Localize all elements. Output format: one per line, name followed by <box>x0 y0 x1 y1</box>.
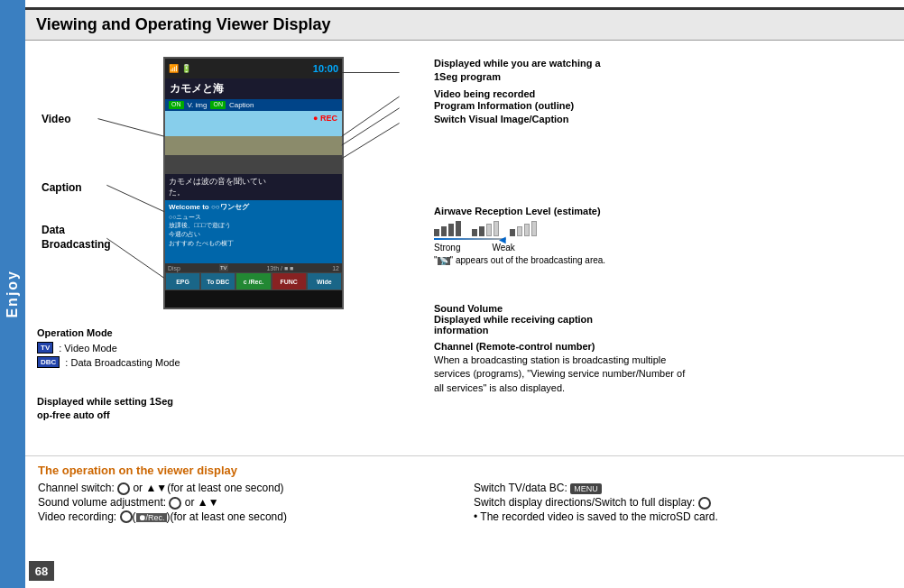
screen-video-area: REC <box>165 111 342 174</box>
bottom-title: The operation on the viewer display <box>38 464 891 477</box>
annotation-program-info: Program Information (outline) <box>434 100 574 111</box>
svg-line-5 <box>342 108 400 145</box>
screen-data-section: Welcome to ○○ワンセグ ○○ニュース 放課後、□□□で遊ぼう 今週の… <box>165 200 342 263</box>
page-number: 68 <box>29 561 54 581</box>
subtitle-line1: カモメは波の音を聞いてい <box>169 177 338 188</box>
data-line1: Welcome to ○○ワンセグ <box>169 202 338 212</box>
video-mode-item: TV : Video Mode <box>37 342 180 354</box>
annotation-video-recorded: Video being recorded <box>434 88 535 99</box>
bottom-date: 13th / ■ ■ <box>266 265 293 271</box>
nav-epg[interactable]: EPG <box>165 272 200 290</box>
airwave-title: Airwave Reception Level (estimate) <box>434 206 605 216</box>
svg-line-1 <box>106 185 164 211</box>
channel-desc: When a broadcasting station is broadcast… <box>434 354 685 395</box>
data-mode-icon: DBC <box>37 356 60 368</box>
annotations-area: Displayed while you are watching a1Seg p… <box>420 48 897 455</box>
screen-bottom-bar: Disp TV 13th / ■ ■ 12 <box>165 263 342 272</box>
screen-caption-bar: ON V. img ON Caption <box>165 99 342 111</box>
screen-channel-name: カモメと海 <box>165 78 342 99</box>
on-badge-2: ON <box>210 101 226 109</box>
menu-icon: MENU <box>570 483 602 494</box>
screen-subtitle: カモメは波の音を聞いてい た。 <box>165 174 342 200</box>
on-badge-1: ON <box>169 101 184 109</box>
nav-to-dbc[interactable]: To DBC <box>200 272 235 290</box>
page-header: Viewing and Operating Viewer Display <box>25 10 904 41</box>
annotation-channel-remote: Channel (Remote-control number) When a b… <box>434 341 685 395</box>
subtitle-line2: た。 <box>169 188 338 198</box>
label-video: Video <box>42 113 70 125</box>
bottom-item-4: • The recorded video is saved to the mic… <box>474 510 891 524</box>
bottom-disp: Disp <box>168 265 180 271</box>
label-data-broadcasting: DataBroadcasting <box>42 224 111 252</box>
screen-nav-bar: EPG To DBC c /Rec. FUNC Wide <box>165 272 342 290</box>
operation-mode-section: Operation Mode TV : Video Mode DBC : Dat… <box>37 327 180 371</box>
channel-remote-title: Channel (Remote-control number) <box>434 341 685 352</box>
watching-1seg-text: Displayed while you are watching a1Seg p… <box>434 58 601 82</box>
phone-screen: 📶 🔋 10:00 カモメと海 ON V. img ON Caption REC <box>163 57 344 309</box>
strong-label: Strong <box>434 243 460 253</box>
page-title: Viewing and Operating Viewer Display <box>36 15 330 33</box>
bottom-item-6: Switch display directions/Switch to full… <box>474 496 891 510</box>
bottom-item-1: Channel switch: or ▲▼(for at least one s… <box>38 482 456 495</box>
label-1seg-setting: Displayed while setting 1Segop-free auto… <box>37 395 173 423</box>
rec-badge: REC <box>313 114 337 123</box>
tv-icon-sm: TV <box>219 264 228 271</box>
svg-line-2 <box>106 238 164 278</box>
annotation-watching-1seg: Displayed while you are watching a1Seg p… <box>434 57 601 85</box>
data-mode-label: : Data Broadcasting Mode <box>65 357 180 368</box>
bottom-num: 12 <box>332 265 339 271</box>
v-img-label: V. img <box>188 101 208 109</box>
nav-wide[interactable]: Wide <box>307 272 342 290</box>
video-mode-label: : Video Mode <box>59 343 117 354</box>
tv-mode-icon: TV <box>37 342 53 354</box>
screen-status-bar: 📶 🔋 10:00 <box>165 59 342 78</box>
bottom-item-2: Sound volume adjustment: or ▲▼ <box>38 496 456 510</box>
diagram-area: 📶 🔋 10:00 カモメと海 ON V. img ON Caption REC <box>32 48 420 455</box>
caption-label: Caption <box>229 101 254 109</box>
svg-line-4 <box>342 96 400 136</box>
screen-time: 10:00 <box>313 63 338 74</box>
data-mode-item: DBC : Data Broadcasting Mode <box>37 356 180 368</box>
reception-weak <box>510 221 537 236</box>
svg-line-6 <box>342 124 400 159</box>
arrow-icon-2: ▲▼ <box>198 496 219 509</box>
circle-icon-2 <box>169 497 181 510</box>
sidebar-label: Enjoy <box>5 270 21 318</box>
main-content: Viewing and Operating Viewer Display 📶 🔋… <box>25 0 904 588</box>
sidebar-tab: Enjoy <box>0 0 25 588</box>
screen-icons: 📶 🔋 <box>169 64 191 73</box>
rec-icon-sm: ⏺/Rec. <box>136 513 167 522</box>
appears-note: "📡" appears out of the broadcasting area… <box>434 255 605 265</box>
nav-func[interactable]: FUNC <box>272 272 307 290</box>
data-line3: 放課後、□□□で遊ぼう <box>169 221 338 230</box>
bottom-content: Channel switch: or ▲▼(for at least one s… <box>38 482 891 523</box>
data-line2: ○○ニュース <box>169 213 338 222</box>
reception-strong <box>434 221 461 236</box>
reception-medium <box>472 221 499 236</box>
annotation-switch-visual: Switch Visual Image/Caption <box>434 114 569 124</box>
arrow-icon-1: ▲▼ <box>145 482 167 494</box>
circle-icon-3 <box>120 510 133 523</box>
circle-icon-tv <box>698 497 711 510</box>
operation-mode-title: Operation Mode <box>37 327 180 338</box>
label-caption: Caption <box>42 181 82 194</box>
bottom-section: The operation on the viewer display Chan… <box>25 455 904 530</box>
data-line4: 今週の占い <box>169 230 338 239</box>
svg-line-0 <box>98 119 165 137</box>
annotation-airwave: Airwave Reception Level (estimate) <box>434 206 605 265</box>
bottom-item-3: Video recording: (⏺/Rec.)(for at least o… <box>38 510 456 524</box>
annotation-receiving-caption: Displayed while receiving captioninforma… <box>434 314 593 335</box>
bottom-item-5: Switch TV/data BC: MENU <box>474 482 891 495</box>
nav-rec[interactable]: c /Rec. <box>235 272 271 290</box>
annotation-sound-volume: Sound Volume <box>434 303 503 314</box>
data-line5: おすすめ たべもの横丁 <box>169 239 338 248</box>
circle-icon-1 <box>117 482 130 495</box>
